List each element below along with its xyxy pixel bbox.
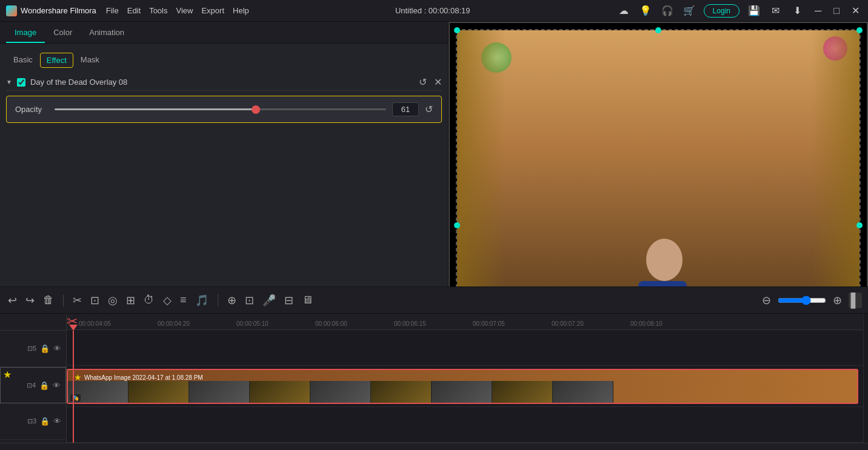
- reset-effect-icon[interactable]: ↺: [419, 76, 427, 88]
- effect-section: ▼ Day of the Dead Overlay 08 ↺ ✕ Opacity…: [6, 74, 442, 123]
- track-4-eye-icon[interactable]: 👁: [53, 381, 61, 390]
- subtab-effect[interactable]: Effect: [40, 53, 73, 68]
- idea-icon[interactable]: 💡: [638, 4, 653, 18]
- login-button[interactable]: Login: [704, 4, 739, 18]
- color-match-button[interactable]: ≡: [178, 294, 189, 306]
- tab-image[interactable]: Image: [6, 23, 45, 43]
- collapse-triangle[interactable]: ▼: [6, 79, 12, 85]
- titlebar-right: ☁ 💡 🎧 🛒 Login 💾 ✉ ⬇ ─ □ ✕: [616, 4, 862, 18]
- track-5-eye-icon[interactable]: 👁: [53, 344, 61, 353]
- ruler-mark-8: 00:00:08:10: [630, 320, 663, 327]
- ruler-mark-4: 00:00:06:00: [315, 320, 347, 327]
- titlebar-left: Wondershare Filmora File Edit Tools View…: [6, 5, 249, 16]
- effect-enabled-checkbox[interactable]: [17, 78, 25, 87]
- track-header-4: ★ ⊡4 🔒 👁: [0, 367, 66, 403]
- effect-overlay-label: 🎭: [70, 394, 81, 402]
- zoom-in-icon[interactable]: ⊕: [831, 294, 844, 307]
- cut-button[interactable]: ✂: [71, 294, 84, 307]
- headset-icon[interactable]: 🎧: [660, 4, 675, 18]
- timeline-ruler: 00:00:04:05 00:00:04:20 00:00:05:10 00:0…: [67, 314, 863, 330]
- cloud-icon[interactable]: ☁: [616, 4, 631, 18]
- subtab-mask[interactable]: Mask: [73, 51, 107, 68]
- menu-edit[interactable]: Edit: [127, 6, 141, 15]
- sub-tab-bar: Basic Effect Mask: [0, 44, 448, 68]
- track-3-eye-icon[interactable]: 👁: [53, 417, 61, 426]
- clip-title: WhatsApp Image 2022-04-17 at 1.08.28 PM: [84, 374, 203, 381]
- opacity-label: Opacity: [15, 105, 48, 114]
- insert-button[interactable]: ⊞: [124, 294, 137, 307]
- menu-file[interactable]: File: [106, 6, 119, 15]
- zoom-slider[interactable]: [778, 296, 826, 305]
- delete-button[interactable]: 🗑: [41, 294, 56, 306]
- handle-left-mid[interactable]: [454, 222, 460, 228]
- track-content: 00:00:04:05 00:00:04:20 00:00:05:10 00:0…: [67, 314, 863, 443]
- tab-color[interactable]: Color: [45, 23, 81, 43]
- clip-label: ★ WhatsApp Image 2022-04-17 at 1.08.28 P…: [70, 371, 207, 383]
- handle-top-right[interactable]: [856, 27, 863, 33]
- minimize-button[interactable]: ─: [812, 5, 824, 16]
- handle-top-mid[interactable]: [655, 27, 661, 33]
- crop-button[interactable]: ⊡: [88, 294, 101, 307]
- track-headers: ⊡5 🔒 👁 ★ ⊡4 🔒 👁 ⊡3 🔒 👁: [0, 314, 67, 443]
- timeline-hscrollbar[interactable]: [0, 443, 868, 450]
- track-5-label: ⊡5: [27, 345, 36, 352]
- ai-smart-button[interactable]: ◎: [106, 294, 119, 307]
- zoom-out-icon[interactable]: ⊖: [760, 294, 773, 307]
- clip-thumb-3: [189, 381, 250, 403]
- undo-button[interactable]: ↩: [6, 294, 19, 307]
- ruler-header-spacer: [0, 314, 66, 331]
- handle-top-left[interactable]: [454, 27, 460, 33]
- menu-view[interactable]: View: [176, 6, 193, 15]
- menu-tools[interactable]: Tools: [149, 6, 167, 15]
- menu-export[interactable]: Export: [201, 6, 224, 15]
- menu-help[interactable]: Help: [233, 6, 249, 15]
- timeline-tracks: ⊡5 🔒 👁 ★ ⊡4 🔒 👁 ⊡3 🔒 👁 00:00:04:05: [0, 314, 868, 443]
- video-clip-main[interactable]: ★ WhatsApp Image 2022-04-17 at 1.08.28 P…: [67, 369, 858, 404]
- handle-right-mid[interactable]: [856, 222, 863, 228]
- playhead[interactable]: ✂: [73, 331, 74, 443]
- track-header-3: ⊡3 🔒 👁: [0, 403, 66, 440]
- app-logo: Wondershare Filmora: [6, 5, 96, 16]
- tab-animation[interactable]: Animation: [81, 23, 133, 43]
- subtab-basic[interactable]: Basic: [6, 51, 40, 68]
- clip-thumb-7: [432, 381, 492, 403]
- project-title: Untitled : 00:00:08:19: [395, 6, 470, 15]
- record-icon[interactable]: ⊟: [282, 294, 295, 307]
- cart-icon[interactable]: 🛒: [682, 4, 696, 18]
- remove-effect-icon[interactable]: ✕: [434, 76, 442, 88]
- audio-button[interactable]: 🎵: [193, 294, 210, 307]
- right-scrollbar[interactable]: [863, 314, 868, 443]
- track-3-lock-icon[interactable]: 🔒: [40, 417, 50, 426]
- track-4-lock-icon[interactable]: 🔒: [39, 381, 49, 390]
- ruler-mark-7: 00:00:07:20: [552, 320, 584, 327]
- main-tab-bar: Image Color Animation: [0, 22, 448, 44]
- ruler-mark-2: 00:00:04:20: [158, 320, 190, 327]
- opacity-slider[interactable]: [55, 108, 386, 110]
- track-row-3: [67, 407, 863, 443]
- download-icon[interactable]: ⬇: [790, 4, 805, 18]
- vertical-scrollbar-icon: ▌: [849, 293, 862, 308]
- ruler-mark-3: 00:00:05:10: [236, 320, 269, 327]
- timer-button[interactable]: ⏱: [142, 294, 156, 306]
- redo-button[interactable]: ↪: [24, 294, 36, 307]
- track-row-5: [67, 330, 863, 366]
- opacity-reset-icon[interactable]: ↺: [425, 104, 433, 115]
- screen-icon[interactable]: 🖥: [300, 294, 315, 306]
- logo-icon: [6, 5, 17, 16]
- mic-icon[interactable]: 🎤: [261, 294, 278, 307]
- ruler-mark-5: 00:00:06:15: [394, 320, 426, 327]
- track-4-star-icon: ★: [3, 369, 12, 380]
- save-icon[interactable]: 💾: [747, 4, 761, 18]
- ripple-icon[interactable]: ⊕: [225, 294, 238, 307]
- transition-icon[interactable]: ⊡: [243, 294, 256, 307]
- clip-thumb-2: [129, 381, 189, 403]
- track-row-4: ★ WhatsApp Image 2022-04-17 at 1.08.28 P…: [67, 366, 863, 407]
- track-5-lock-icon[interactable]: 🔒: [40, 344, 50, 353]
- email-icon[interactable]: ✉: [769, 4, 783, 18]
- opacity-value-input[interactable]: [392, 102, 419, 116]
- clip-thumb-8: [492, 381, 553, 403]
- maximize-button[interactable]: □: [831, 5, 842, 16]
- close-button[interactable]: ✕: [849, 5, 862, 16]
- keyframe-button[interactable]: ◇: [161, 294, 173, 307]
- ruler-mark-6: 00:00:07:05: [473, 320, 505, 327]
